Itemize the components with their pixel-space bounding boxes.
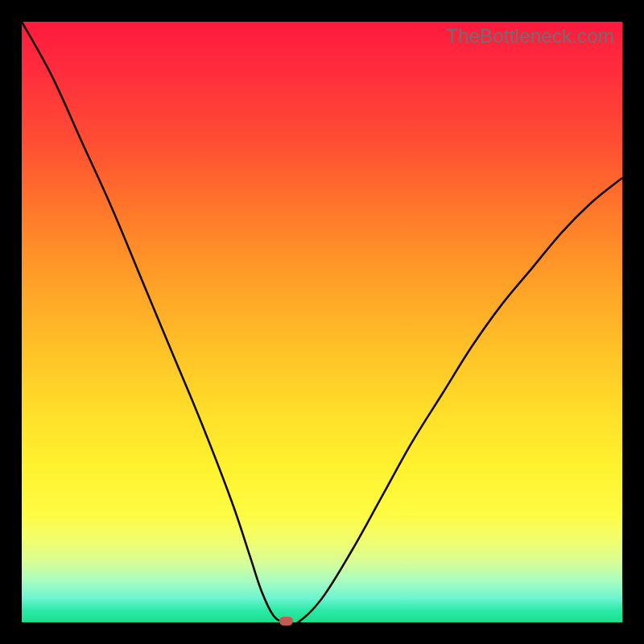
plot-area: TheBottleneck.com (22, 22, 622, 622)
optimal-marker (279, 617, 293, 625)
curve-path (22, 22, 622, 622)
bottleneck-curve (22, 22, 622, 622)
chart-frame: TheBottleneck.com (0, 0, 644, 644)
